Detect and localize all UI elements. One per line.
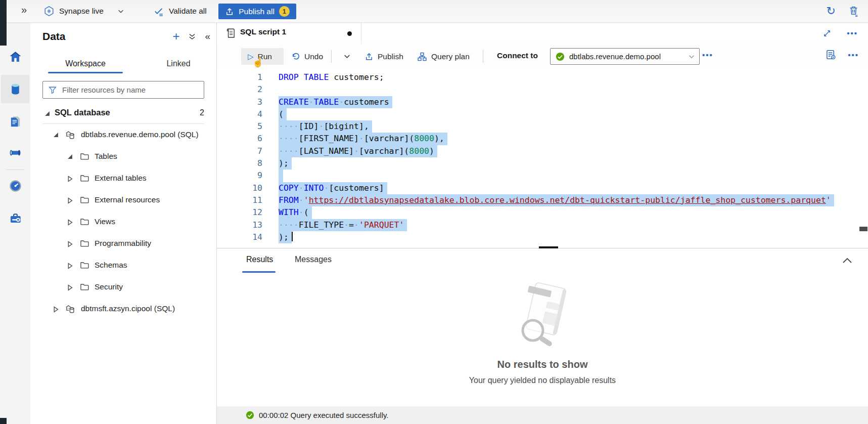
code-line-text[interactable]: DROP TABLE customers; [279,71,384,83]
rail-item-develop[interactable] [1,107,29,136]
tree-item-programmability[interactable]: Programmability [30,233,216,255]
code-line-text[interactable]: CREATE·TABLE·customers [279,96,392,108]
expand-editor-button[interactable] [821,28,833,39]
code-line-1: 1DROP TABLE customers; [217,71,868,83]
no-results-illustration [510,282,575,357]
code-line-text[interactable]: FROM·'https://dbtlabsynapsedatalake.blob… [279,194,834,206]
collapse-results-button[interactable] [839,256,856,265]
undo-icon [291,52,300,61]
query-plan-button[interactable]: Query plan [414,48,473,65]
selection-highlight: ····[ID]·[bigint], [279,120,372,133]
refresh-button[interactable]: ↻ [824,4,839,18]
selection-highlight: ····FILE_TYPE·=·'PARQUET' [279,219,407,231]
run-options-chevron-button[interactable] [340,48,354,65]
toolbar-more-button[interactable]: ••• [699,50,716,60]
tree-item-security[interactable]: Security [30,277,216,299]
publish-label: Publish [378,52,403,61]
tab-title: SQL script 1 [240,27,286,36]
integrate-icon [8,147,22,159]
chevron-down-icon [117,8,124,15]
connection-ok-icon [556,52,565,61]
line-number: 11 [217,194,262,206]
code-line-text[interactable]: COPY·INTO·[customers] [279,182,387,194]
rail-item-manage[interactable] [1,204,29,232]
code-line-6: 6····[FIRST_NAME]·[varchar](8000), [217,133,868,145]
synapse-studio-window: » Synapse live Validate all Publish all … [0,0,868,424]
line-number: 7 [217,145,262,157]
code-line-text[interactable]: WITH·( [279,206,312,219]
publish-all-button[interactable]: Publish all 1 [218,4,296,19]
sql-code-editor[interactable]: 1DROP TABLE customers;23CREATE·TABLE·cus… [217,69,868,250]
tab-more-button[interactable]: ••• [846,28,859,38]
main-area: SQL script 1 ••• ▷ Run ☝ Undo [217,22,868,424]
environment-selector[interactable]: Synapse live [43,4,124,18]
collapse-twistie-icon[interactable] [53,132,59,138]
code-line-2: 2 [217,83,868,96]
editor-scrollbar-thumb[interactable] [859,227,867,231]
code-line-text[interactable]: ( [279,108,287,120]
tab-results[interactable]: Results [243,255,276,265]
code-line-text[interactable] [279,169,283,182]
expand-twistie-icon[interactable] [67,176,73,182]
line-number: 9 [217,169,262,182]
selection-highlight: CREATE·TABLE·customers [279,96,392,108]
dropdown-chevron-icon [688,53,695,60]
tree-item-views[interactable]: Views [30,211,216,233]
expand-twistie-icon[interactable] [67,263,73,269]
rail-item-data[interactable] [1,75,29,103]
folder-icon [79,173,89,183]
undo-button[interactable]: Undo [288,48,326,65]
rail-divider [6,169,24,170]
code-line-text[interactable]: ); [279,231,293,243]
rail-item-integrate[interactable] [1,139,29,167]
expand-twistie-icon[interactable] [53,306,59,313]
tree-item-dbtlabs-revenue-demo-pool-sql[interactable]: dbtlabs.revenue.demo.pool (SQL) [30,124,216,146]
pool-icon [65,130,76,141]
code-line-5: 5····[ID]·[bigint], [217,120,868,133]
discard-changes-button[interactable] [845,5,862,17]
code-line-text[interactable]: ····FILE_TYPE·=·'PARQUET' [279,219,407,231]
rail-item-monitor[interactable] [1,172,29,200]
rail-item-home[interactable] [1,43,29,71]
line-number: 4 [217,108,262,120]
toolbar-overflow-button[interactable]: ••• [845,50,862,60]
expand-twistie-icon[interactable] [67,284,73,291]
tab-messages[interactable]: Messages [292,255,335,265]
code-line-text[interactable]: ); [279,157,292,169]
code-line-text[interactable]: ····[FIRST_NAME]·[varchar](8000), [279,133,447,145]
tree-item-external-resources[interactable]: External resources [30,190,216,211]
query-plan-icon [417,52,427,62]
connection-dropdown[interactable]: dbtlabs.revenue.demo.pool [550,48,700,65]
tab-sql-script-1[interactable]: SQL script 1 [217,22,361,44]
code-line-13: 13····FILE_TYPE·=·'PARQUET' [217,219,868,231]
expand-twistie-icon[interactable] [67,241,73,247]
tree-item-dbtmsft-azsyn-cipool-sql[interactable]: dbtmsft.azsyn.cipool (SQL) [30,299,216,320]
code-line-text[interactable]: ····[ID]·[bigint], [279,120,372,133]
data-panel: Data + « Workspace Linked SQL database 2 [30,22,217,424]
validate-all-button[interactable]: Validate all [153,4,207,18]
text-cursor [292,232,293,241]
unsaved-indicator-dot [347,31,352,36]
empty-results-subtitle: Your query yielded no displayable result… [469,376,616,385]
results-header: Results Messages [217,248,868,273]
line-number: 6 [217,133,262,145]
properties-button[interactable] [822,48,840,61]
tree-item-external-tables[interactable]: External tables [30,168,216,190]
line-number: 14 [217,231,262,243]
publish-icon [225,7,234,16]
collapse-twistie-icon[interactable] [67,154,73,159]
code-line-4: 4( [217,108,868,120]
selection-highlight: ( [279,108,287,120]
expand-twistie-icon[interactable] [67,197,73,204]
tree-item-schemas[interactable]: Schemas [30,255,216,277]
selection-highlight: COPY·INTO·[customers] [279,182,387,194]
selection-highlight: FROM·'https://dbtlabsynapsedatalake.blob… [279,194,834,206]
code-line-text[interactable]: ····[LAST_NAME]·[varchar](8000) [279,145,437,157]
publish-button[interactable]: Publish [361,48,406,65]
tree-item-tables[interactable]: Tables [30,146,216,168]
editor-tabstrip: SQL script 1 ••• [217,22,868,45]
expand-twistie-icon[interactable] [67,219,73,226]
folder-icon [79,195,89,205]
code-line-14: 14); [217,231,868,243]
expand-left-panel-button[interactable]: » [18,4,30,16]
